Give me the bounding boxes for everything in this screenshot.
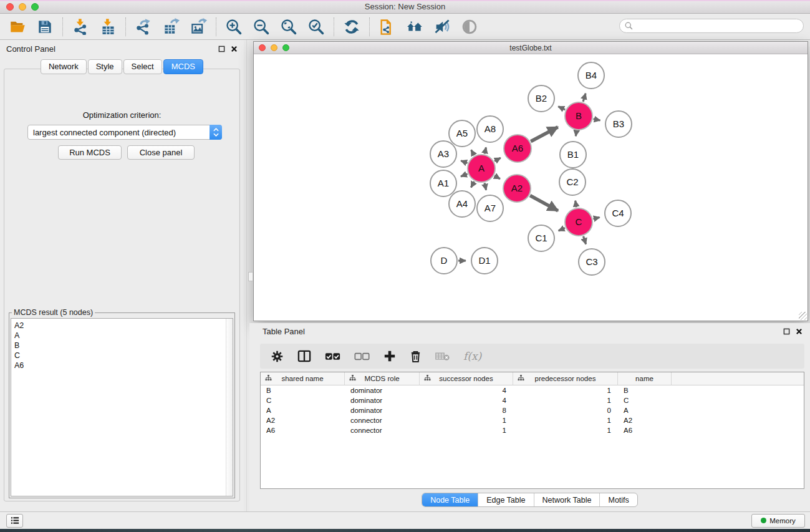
node-D[interactable]: D — [431, 248, 457, 274]
edge-A-A1[interactable] — [461, 174, 468, 177]
node-table[interactable]: shared nameMCDS rolesuccessor nodesprede… — [260, 372, 804, 489]
node-A3[interactable]: A3 — [430, 141, 456, 167]
table-cell[interactable]: dominator — [345, 397, 420, 404]
node-A1[interactable]: A1 — [430, 170, 456, 196]
checkboxes-unchecked-icon[interactable] — [354, 352, 370, 360]
edge-C-C3[interactable] — [583, 236, 586, 244]
edge-A6-B[interactable] — [531, 127, 557, 142]
table-cell[interactable]: C — [261, 397, 345, 404]
delete-column-icon[interactable] — [410, 350, 422, 363]
node-A6[interactable]: A6 — [504, 135, 531, 162]
float-table-panel-icon[interactable] — [783, 328, 790, 335]
table-cell[interactable]: 4 — [420, 397, 513, 404]
split-columns-icon[interactable] — [297, 350, 311, 362]
edge-A-A5[interactable] — [471, 150, 475, 155]
zoom-out-icon[interactable] — [253, 18, 270, 36]
task-history-button[interactable] — [6, 514, 23, 528]
table-cell[interactable]: 1 — [420, 417, 513, 424]
close-panel-icon[interactable] — [231, 46, 238, 52]
edge-B-B3[interactable] — [594, 119, 600, 120]
node-A7[interactable]: A7 — [477, 195, 503, 221]
edge-A-A3[interactable] — [461, 161, 467, 163]
network-window-titlebar[interactable]: testGlobe.txt — [254, 42, 808, 54]
table-cell[interactable]: 1 — [513, 397, 618, 404]
table-row[interactable]: A2connector11A2 — [261, 415, 804, 425]
refresh-layout-icon[interactable] — [343, 18, 360, 36]
node-B4[interactable]: B4 — [578, 62, 604, 89]
column-header-shared-name[interactable]: shared name — [261, 372, 345, 385]
table-cell[interactable]: 1 — [420, 427, 513, 434]
edge-B-B1[interactable] — [576, 131, 576, 136]
gear-icon[interactable] — [271, 350, 284, 363]
table-cell[interactable]: 4 — [420, 387, 513, 394]
node-A5[interactable]: A5 — [449, 120, 475, 147]
checkboxes-checked-icon[interactable] — [325, 352, 340, 360]
table-cell[interactable]: connector — [345, 427, 420, 434]
edge-B-B4[interactable] — [583, 94, 586, 102]
edge-A-A8[interactable] — [485, 147, 486, 153]
save-session-icon[interactable] — [36, 18, 54, 36]
node-C3[interactable]: C3 — [579, 249, 605, 275]
node-C4[interactable]: C4 — [605, 200, 631, 226]
table-row[interactable]: Adominator80A — [261, 405, 804, 415]
result-item[interactable]: A2 — [11, 321, 233, 331]
add-column-icon[interactable] — [383, 350, 396, 362]
node-B3[interactable]: B3 — [605, 111, 632, 137]
tab-network[interactable]: Network — [41, 59, 87, 74]
table-cell[interactable]: A — [618, 407, 672, 414]
close-panel-button[interactable]: Close panel — [127, 145, 195, 160]
node-B2[interactable]: B2 — [528, 85, 554, 112]
node-A[interactable]: A — [468, 155, 495, 182]
node-C2[interactable]: C2 — [559, 169, 586, 195]
node-A8[interactable]: A8 — [477, 116, 503, 142]
float-panel-icon[interactable] — [218, 46, 225, 52]
result-item[interactable]: C — [11, 351, 233, 360]
column-header-predecessor-nodes[interactable]: predecessor nodes — [513, 372, 618, 385]
network-window[interactable]: testGlobe.txt B4B2BB3A5A8A6A3B1AC2A1A2A4… — [253, 41, 808, 321]
zoom-fit-icon[interactable] — [280, 18, 297, 36]
node-C1[interactable]: C1 — [528, 225, 554, 251]
table-cell[interactable]: B — [261, 387, 345, 394]
column-header-successor-nodes[interactable]: successor nodes — [420, 372, 513, 385]
edge-A2-C[interactable] — [530, 195, 558, 210]
resize-grip-icon[interactable] — [799, 312, 807, 320]
homes-icon[interactable] — [406, 18, 423, 36]
result-item[interactable]: B — [11, 341, 233, 351]
export-network-icon[interactable] — [135, 18, 152, 36]
tab-style[interactable]: Style — [88, 59, 122, 74]
column-header-MCDS-role[interactable]: MCDS role — [345, 372, 420, 385]
duplicate-network-icon[interactable] — [378, 18, 396, 36]
node-D1[interactable]: D1 — [471, 248, 498, 274]
table-cell[interactable]: A6 — [618, 427, 672, 434]
result-scrollbar[interactable] — [226, 319, 233, 496]
tab-mcds[interactable]: MCDS — [163, 59, 203, 74]
splitter-grip[interactable] — [248, 272, 253, 281]
panel-splitter[interactable] — [246, 40, 247, 511]
table-cell[interactable]: 1 — [513, 427, 618, 434]
node-C[interactable]: C — [565, 208, 592, 236]
zoom-selected-icon[interactable] — [307, 18, 325, 36]
edge-C-C2[interactable] — [576, 201, 577, 208]
birdseye-view-icon[interactable] — [461, 18, 478, 36]
search-field[interactable] — [619, 19, 804, 33]
table-row[interactable]: Bdominator41B — [261, 385, 804, 395]
result-item[interactable]: A6 — [11, 360, 233, 370]
export-image-icon[interactable] — [190, 18, 207, 36]
memory-button[interactable]: Memory — [751, 514, 805, 528]
table-cell[interactable]: C — [618, 397, 672, 404]
table-row[interactable]: A6connector11A6 — [261, 425, 804, 435]
result-item[interactable]: A — [11, 331, 233, 341]
hide-details-icon[interactable] — [433, 18, 451, 36]
table-cell[interactable]: dominator — [345, 387, 420, 394]
table-row[interactable]: Cdominator41C — [261, 395, 804, 405]
edge-A-A7[interactable] — [485, 183, 486, 190]
tab-network-table[interactable]: Network Table — [534, 493, 600, 506]
edge-C-C1[interactable] — [559, 228, 565, 231]
node-A4[interactable]: A4 — [449, 191, 475, 217]
table-cell[interactable]: 1 — [513, 417, 618, 424]
tab-select[interactable]: Select — [123, 59, 162, 74]
zoom-in-icon[interactable] — [225, 18, 243, 36]
table-cell[interactable]: A2 — [261, 417, 345, 424]
open-file-icon[interactable] — [9, 18, 26, 36]
table-cell[interactable]: A6 — [261, 427, 345, 434]
